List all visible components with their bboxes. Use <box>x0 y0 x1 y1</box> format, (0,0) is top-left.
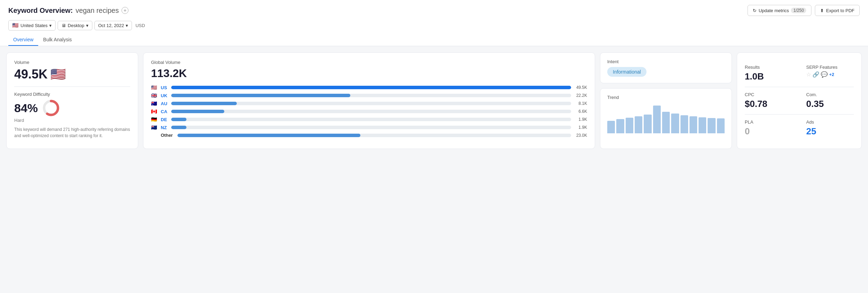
trend-bar <box>626 118 633 133</box>
trend-label: Trend <box>607 95 725 100</box>
results-value: 1.0B <box>745 71 799 82</box>
tab-overview[interactable]: Overview <box>8 34 38 46</box>
tab-bulk-analysis[interactable]: Bulk Analysis <box>38 34 76 46</box>
add-keyword-icon[interactable]: + <box>122 7 128 14</box>
device-filter[interactable]: 🖥 Desktop ▾ <box>58 21 92 30</box>
bar-fill-nz <box>171 126 186 129</box>
date-chevron: ▾ <box>126 23 128 28</box>
flag-us: 🇺🇸 <box>151 85 158 90</box>
bar-num-uk: 22.2K <box>574 93 587 98</box>
bar-track-ca <box>171 110 571 113</box>
global-volume-card: Global Volume 113.2K 🇺🇸 US 49.5K 🇬🇧 UK 2… <box>143 52 595 149</box>
global-volume-value: 113.2K <box>151 67 587 80</box>
tabs-row: Overview Bulk Analysis <box>8 34 860 46</box>
bar-num-ca: 6.6K <box>574 109 587 114</box>
country-chevron: ▾ <box>49 23 52 28</box>
code-au: AU <box>161 101 168 106</box>
trend-bar <box>616 119 624 133</box>
kd-row: 84% <box>14 99 130 117</box>
bar-num-au: 8.1K <box>574 101 587 106</box>
device-label: Desktop <box>68 23 84 28</box>
serp-label: SERP Features <box>806 65 854 70</box>
main-content: Volume 49.5K 🇺🇸 Keyword Difficulty 84% H… <box>0 46 868 155</box>
top-bar: Keyword Overview: vegan recipes + ↻ Upda… <box>0 0 868 46</box>
chat-icon: 💬 <box>821 71 828 78</box>
bar-num-us: 49.5K <box>574 85 587 90</box>
global-volume-label: Global Volume <box>151 60 587 65</box>
ads-label: Ads <box>806 119 854 125</box>
bar-num-other: 23.0K <box>574 133 587 138</box>
country-label: United States <box>20 23 48 28</box>
cpc-value: $0.78 <box>745 99 799 109</box>
bar-row-de: 🇩🇪 DE 1.9K <box>151 117 587 122</box>
title-prefix: Keyword Overview: <box>8 7 73 15</box>
title-keyword: vegan recipes <box>76 7 119 15</box>
bar-track-other <box>177 134 571 137</box>
title-actions: ↻ Update metrics 1/250 ⬆ Export to PDF <box>748 5 860 16</box>
update-metrics-button[interactable]: ↻ Update metrics 1/250 <box>748 5 811 16</box>
bar-row-uk: 🇬🇧 UK 22.2K <box>151 93 587 98</box>
trend-card: Trend <box>600 88 732 149</box>
page-title: Keyword Overview: vegan recipes + <box>8 7 128 15</box>
export-pdf-button[interactable]: ⬆ Export to PDF <box>815 5 860 16</box>
bar-row-au: 🇦🇺 AU 8.1K <box>151 101 587 106</box>
kd-description: This keyword will demand 271 high-author… <box>14 126 130 139</box>
bar-track-nz <box>171 126 571 129</box>
intent-badge: Informational <box>607 67 646 77</box>
trend-bar <box>671 114 679 133</box>
trend-chart <box>607 102 725 133</box>
bar-track-uk <box>171 94 571 97</box>
kd-value: 84% <box>14 101 38 115</box>
trend-bar <box>717 118 725 133</box>
volume-flag: 🇺🇸 <box>50 67 66 82</box>
serp-icons: ☆ 🔗 💬 +2 <box>806 71 854 78</box>
bar-fill-au <box>171 102 237 105</box>
flag-ca: 🇨🇦 <box>151 109 158 114</box>
intent-label: Intent <box>607 59 725 64</box>
update-metrics-label: Update metrics <box>759 8 789 13</box>
com-label: Com. <box>806 92 854 97</box>
flag-au: 🇦🇺 <box>151 101 158 106</box>
bar-row-nz: 🇳🇿 NZ 1.9K <box>151 125 587 130</box>
bar-num-de: 1.9K <box>574 117 587 122</box>
intent-trend-column: Intent Informational Trend <box>600 52 732 149</box>
bar-fill-uk <box>171 94 350 97</box>
trend-bar <box>653 106 661 133</box>
kd-label: Keyword Difficulty <box>14 92 130 97</box>
com-cell: Com. 0.35 <box>799 87 854 114</box>
bar-row-ca: 🇨🇦 CA 6.6K <box>151 109 587 114</box>
volume-label: Volume <box>14 60 130 65</box>
pla-cell: PLA 0 <box>745 115 799 142</box>
flag-de: 🇩🇪 <box>151 117 158 122</box>
bar-fill-ca <box>171 110 224 113</box>
refresh-icon: ↻ <box>753 8 757 13</box>
date-filter[interactable]: Oct 12, 2022 ▾ <box>94 21 132 30</box>
code-nz: NZ <box>161 125 168 130</box>
device-icon: 🖥 <box>61 23 66 28</box>
country-flag: 🇺🇸 <box>12 22 19 28</box>
bar-num-nz: 1.9K <box>574 125 587 130</box>
update-count-badge: 1/250 <box>791 8 806 13</box>
trend-bar <box>708 118 715 133</box>
serp-plus: +2 <box>829 72 834 77</box>
export-icon: ⬆ <box>820 8 824 13</box>
currency-label: USD <box>134 23 146 28</box>
country-filter[interactable]: 🇺🇸 United States ▾ <box>8 20 56 31</box>
trend-bar <box>635 116 642 133</box>
flag-uk: 🇬🇧 <box>151 93 158 98</box>
title-row: Keyword Overview: vegan recipes + ↻ Upda… <box>8 5 860 16</box>
volume-kd-card: Volume 49.5K 🇺🇸 Keyword Difficulty 84% H… <box>6 52 138 149</box>
results-label: Results <box>745 65 799 70</box>
bar-row-other: Other 23.0K <box>151 133 587 138</box>
code-uk: UK <box>161 93 168 98</box>
ads-value: 25 <box>806 126 854 137</box>
trend-bar <box>662 112 670 133</box>
metrics-grid: Results 1.0B SERP Features ☆ 🔗 💬 +2 CPC … <box>745 60 854 142</box>
code-de: DE <box>161 117 168 122</box>
flag-nz: 🇳🇿 <box>151 125 158 130</box>
code-ca: CA <box>161 109 168 114</box>
volume-value: 49.5K 🇺🇸 <box>14 67 130 82</box>
trend-bar <box>681 115 688 133</box>
device-chevron: ▾ <box>86 23 89 28</box>
metrics-card: Results 1.0B SERP Features ☆ 🔗 💬 +2 CPC … <box>737 52 862 149</box>
